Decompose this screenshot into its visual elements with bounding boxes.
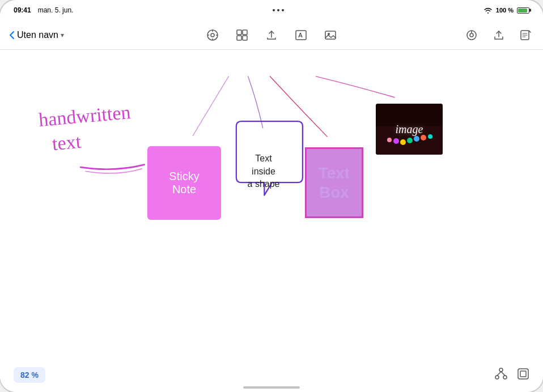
- toolbar-center: A: [205, 27, 338, 43]
- text-box-content: Text Box: [319, 164, 350, 202]
- page-view-button[interactable]: [517, 368, 529, 383]
- battery-icon: [517, 7, 529, 14]
- svg-rect-35: [520, 371, 526, 377]
- status-bar-left: 09:41 man. 5. jun.: [14, 6, 73, 14]
- zoom-badge[interactable]: 82 %: [14, 367, 45, 383]
- device-frame: 09:41 man. 5. jun. 100 %: [0, 0, 543, 392]
- hierarchy-button[interactable]: [494, 368, 508, 383]
- sticky-note[interactable]: Sticky Note: [147, 146, 221, 220]
- image-element[interactable]: image: [376, 104, 443, 155]
- share-icon: [493, 29, 505, 41]
- wifi-icon: [483, 7, 493, 14]
- handwritten-line2: text: [51, 125, 134, 156]
- back-button[interactable]: [9, 31, 15, 40]
- page-view-icon: [517, 368, 529, 380]
- svg-point-24: [421, 135, 426, 140]
- insert-tool-icon: [265, 29, 278, 41]
- svg-point-27: [428, 134, 432, 139]
- battery-fill: [518, 8, 527, 12]
- battery-label: 100 %: [496, 7, 514, 14]
- image-label: image: [396, 123, 423, 136]
- svg-text:A: A: [298, 32, 303, 39]
- svg-line-33: [501, 372, 505, 376]
- svg-rect-8: [237, 36, 241, 40]
- status-bar-right: 100 %: [483, 7, 529, 14]
- canvas-area: handwritten text Sticky Note Text inside…: [0, 50, 543, 358]
- image-tool-icon: [324, 29, 337, 41]
- svg-point-31: [503, 376, 507, 379]
- toolbar-right: [464, 27, 534, 43]
- settings-button[interactable]: [464, 27, 480, 43]
- svg-point-28: [387, 138, 392, 142]
- svg-rect-7: [243, 30, 247, 35]
- bubble-text[interactable]: Text inside a shape: [228, 138, 299, 206]
- share-button[interactable]: [491, 27, 507, 43]
- sticky-note-text: Sticky Note: [169, 170, 199, 196]
- text-tool-button[interactable]: A: [293, 27, 309, 43]
- grid-tool-button[interactable]: [234, 27, 250, 43]
- dot3: [282, 9, 284, 11]
- svg-point-30: [495, 376, 499, 379]
- home-indicator: [243, 386, 300, 389]
- text-tool-icon: A: [295, 29, 307, 41]
- scroll-tool-icon: [206, 29, 219, 41]
- svg-point-29: [499, 368, 503, 372]
- svg-point-1: [211, 33, 214, 37]
- svg-point-16: [470, 33, 473, 37]
- svg-rect-6: [237, 30, 241, 35]
- image-tool-button[interactable]: [323, 27, 338, 43]
- bubble-text-content: Text inside a shape: [248, 152, 280, 190]
- handwritten-text: handwritten text: [37, 100, 133, 157]
- grid-tool-icon: [236, 29, 248, 41]
- dot2: [277, 9, 279, 11]
- status-bar: 09:41 man. 5. jun. 100 %: [0, 0, 543, 20]
- text-box[interactable]: Text Box: [305, 147, 363, 218]
- edit-button[interactable]: [518, 27, 534, 43]
- svg-line-32: [497, 372, 501, 376]
- title-chevron: ▾: [61, 31, 64, 39]
- date: man. 5. jun.: [38, 6, 74, 14]
- bottom-right-icons: [494, 368, 529, 383]
- hierarchy-icon: [494, 368, 508, 380]
- dot1: [273, 9, 275, 11]
- scroll-tool-button[interactable]: [205, 27, 220, 43]
- back-chevron-icon: [9, 31, 15, 40]
- status-bar-center: [273, 9, 284, 11]
- toolbar: Uten navn ▾: [0, 20, 543, 50]
- svg-point-22: [407, 138, 413, 143]
- time: 09:41: [14, 6, 31, 14]
- insert-tool-button[interactable]: [264, 27, 279, 43]
- edit-icon: [520, 29, 532, 41]
- svg-rect-13: [325, 31, 336, 39]
- svg-rect-34: [518, 369, 528, 379]
- title-label: Uten navn: [17, 30, 58, 40]
- document-title[interactable]: Uten navn ▾: [17, 30, 64, 40]
- handwritten-line1: handwritten: [37, 100, 131, 133]
- svg-rect-9: [243, 36, 247, 40]
- settings-icon: [465, 29, 478, 41]
- svg-point-25: [400, 139, 406, 145]
- svg-point-23: [414, 136, 419, 142]
- svg-point-26: [393, 138, 399, 144]
